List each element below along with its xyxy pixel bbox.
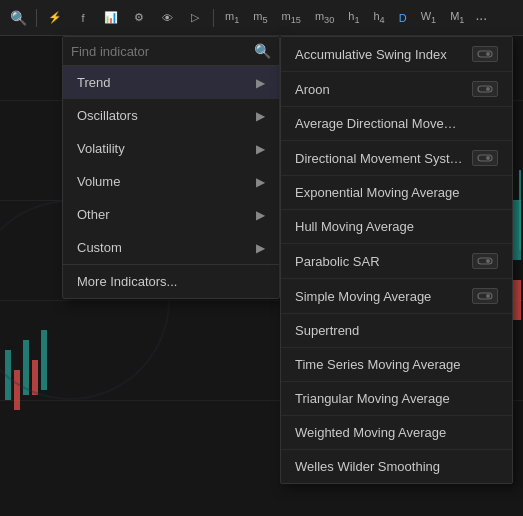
svg-point-7 [486,259,490,263]
category-volatility[interactable]: Volatility ▶ [63,132,279,165]
indicator-label: Simple Moving Average [295,289,466,304]
indicator-badge [472,81,498,97]
indicator-label: Time Series Moving Average [295,357,498,372]
timeframe-W1[interactable]: W1 [418,8,439,27]
category-volume[interactable]: Volume ▶ [63,165,279,198]
category-custom[interactable]: Custom ▶ [63,231,279,264]
indicator-item[interactable]: Parabolic SAR [281,244,512,279]
alert-icon[interactable]: f [73,8,93,28]
indicator-label: Aroon [295,82,466,97]
toolbar: 🔍 ⚡ f 📊 ⚙ 👁 ▷ m1 m5 m15 m30 h1 h4 D W1 M… [0,0,523,36]
find-indicator-input[interactable] [71,44,248,59]
indicator-badge [472,253,498,269]
indicator-item[interactable]: Average Directional Move… [281,107,512,141]
timeframe-D[interactable]: D [396,10,410,26]
indicator-item[interactable]: Supertrend [281,314,512,348]
chevron-right-icon: ▶ [256,208,265,222]
indicator-label: Weighted Moving Average [295,425,498,440]
separator [36,9,37,27]
category-oscillators[interactable]: Oscillators ▶ [63,99,279,132]
category-other[interactable]: Other ▶ [63,198,279,231]
search-icon[interactable]: 🔍 [8,8,28,28]
indicator-item[interactable]: Directional Movement Syst… [281,141,512,176]
indicator-label: Parabolic SAR [295,254,466,269]
eye-icon[interactable]: 👁 [157,8,177,28]
timeframe-m5[interactable]: m5 [250,8,270,27]
svg-point-5 [486,156,490,160]
indicator-item[interactable]: Weighted Moving Average [281,416,512,450]
chevron-right-icon: ▶ [256,76,265,90]
timeframe-h4[interactable]: h4 [370,8,387,27]
indicator-label: Accumulative Swing Index [295,47,466,62]
replay-icon[interactable]: ▷ [185,8,205,28]
indicator-label: Directional Movement Syst… [295,151,466,166]
timeframe-h1[interactable]: h1 [345,8,362,27]
indicator-item[interactable]: Hull Moving Average [281,210,512,244]
indicator-item[interactable]: Welles Wilder Smoothing [281,450,512,483]
search-icon: 🔍 [254,43,271,59]
indicator-item[interactable]: Exponential Moving Average [281,176,512,210]
timeframe-m15[interactable]: m15 [279,8,304,27]
svg-point-1 [486,52,490,56]
indicator-icon[interactable]: ⚡ [45,8,65,28]
indicator-label: Hull Moving Average [295,219,498,234]
chevron-right-icon: ▶ [256,175,265,189]
indicator-category-menu: 🔍 Trend ▶ Oscillators ▶ Volatility ▶ Vol… [62,36,280,299]
indicator-label: Average Directional Move… [295,116,498,131]
indicator-label: Exponential Moving Average [295,185,498,200]
chevron-right-icon: ▶ [256,142,265,156]
indicator-badge [472,288,498,304]
indicator-item[interactable]: Triangular Moving Average [281,382,512,416]
timeframe-m30[interactable]: m30 [312,8,337,27]
indicator-badge [472,150,498,166]
timeframe-m1[interactable]: m1 [222,8,242,27]
indicator-item[interactable]: Accumulative Swing Index [281,37,512,72]
chevron-right-icon: ▶ [256,241,265,255]
indicator-submenu: Accumulative Swing IndexAroonAverage Dir… [280,36,513,484]
more-timeframes-button[interactable]: ··· [475,10,487,26]
indicator-item[interactable]: Simple Moving Average [281,279,512,314]
search-row: 🔍 [63,37,279,66]
svg-point-9 [486,294,490,298]
indicator-label: Welles Wilder Smoothing [295,459,498,474]
chart-type-icon[interactable]: 📊 [101,8,121,28]
timeframe-M1[interactable]: M1 [447,8,467,27]
layers-icon[interactable]: ⚙ [129,8,149,28]
category-trend[interactable]: Trend ▶ [63,66,279,99]
indicator-label: Supertrend [295,323,498,338]
indicator-item[interactable]: Time Series Moving Average [281,348,512,382]
separator [213,9,214,27]
indicator-label: Triangular Moving Average [295,391,498,406]
svg-point-3 [486,87,490,91]
more-indicators-button[interactable]: More Indicators... [63,264,279,298]
indicator-badge [472,46,498,62]
chevron-right-icon: ▶ [256,109,265,123]
indicator-item[interactable]: Aroon [281,72,512,107]
